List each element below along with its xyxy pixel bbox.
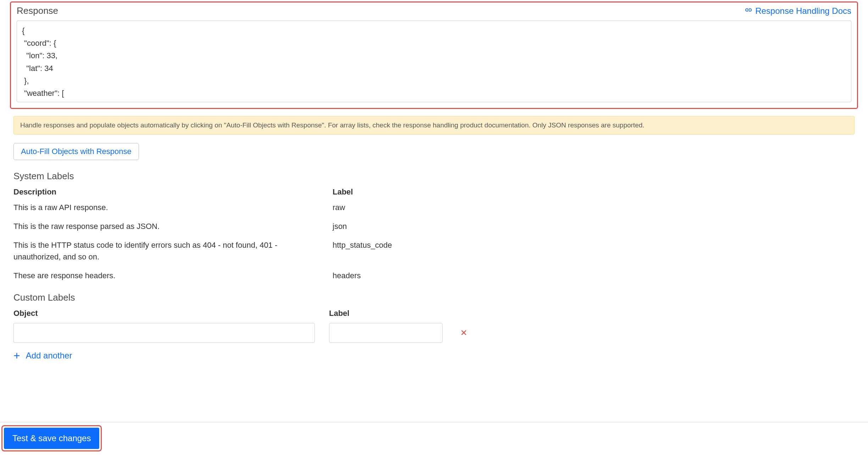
description-cell: This is the HTTP status code to identify… <box>13 239 333 263</box>
label-input[interactable] <box>329 323 443 343</box>
link-icon <box>745 6 752 16</box>
description-cell: These are response headers. <box>13 270 333 281</box>
label-cell: http_status_code <box>333 239 457 251</box>
footer: Test & save changes <box>0 422 868 455</box>
custom-label-row: ✕ <box>13 323 855 343</box>
docs-link-text: Response Handling Docs <box>755 6 851 16</box>
test-save-highlight: Test & save changes <box>1 425 102 451</box>
table-row: This is the HTTP status code to identify… <box>13 239 855 263</box>
system-labels-section: System Labels Description Label This is … <box>13 171 855 281</box>
label-cell: raw <box>333 202 457 213</box>
response-body[interactable]: { "coord": { "lon": 33, "lat": 34 }, "we… <box>17 21 851 102</box>
info-banner: Handle responses and populate objects au… <box>13 116 855 135</box>
response-handling-docs-link[interactable]: Response Handling Docs <box>745 6 851 16</box>
column-label-header: Label <box>333 187 457 197</box>
add-another-text: Add another <box>26 351 72 361</box>
custom-labels-header: Object Label <box>13 309 855 318</box>
add-another-button[interactable]: + Add another <box>13 350 868 361</box>
label-cell: json <box>333 220 457 232</box>
table-row: This is a raw API response. raw <box>13 202 855 213</box>
response-title: Response <box>17 5 58 16</box>
remove-row-icon[interactable]: ✕ <box>460 328 467 338</box>
column-label-header: Label <box>329 309 453 318</box>
custom-labels-section: Custom Labels Object Label ✕ <box>13 292 855 343</box>
column-description-header: Description <box>13 187 333 197</box>
test-save-changes-button[interactable]: Test & save changes <box>4 428 99 449</box>
column-object-header: Object <box>13 309 329 318</box>
plus-icon: + <box>13 350 20 361</box>
response-panel: Response Response Handling Docs { "coord… <box>10 1 858 109</box>
auto-fill-objects-button[interactable]: Auto-Fill Objects with Response <box>13 143 139 160</box>
system-labels-header: Description Label <box>13 187 855 197</box>
custom-labels-title: Custom Labels <box>13 292 855 303</box>
object-input[interactable] <box>13 323 315 343</box>
description-cell: This is the raw response parsed as JSON. <box>13 220 333 232</box>
table-row: This is the raw response parsed as JSON.… <box>13 220 855 232</box>
label-cell: headers <box>333 270 457 281</box>
table-row: These are response headers. headers <box>13 270 855 281</box>
system-labels-title: System Labels <box>13 171 855 182</box>
description-cell: This is a raw API response. <box>13 202 333 213</box>
